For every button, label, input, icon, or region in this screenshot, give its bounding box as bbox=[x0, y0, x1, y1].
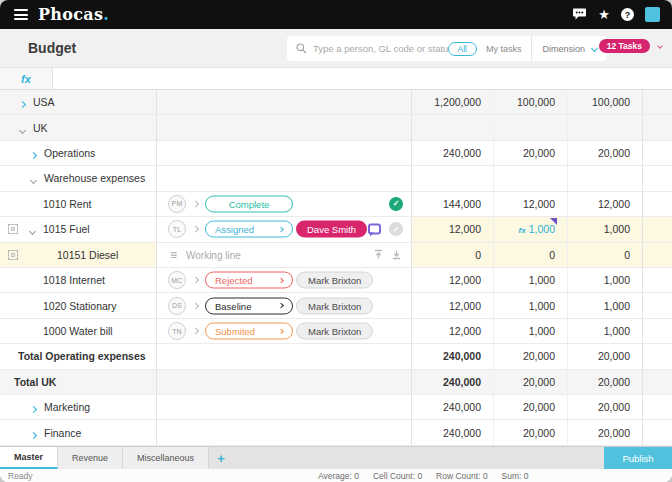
row-label-cell[interactable]: 1018 Internet bbox=[0, 268, 157, 292]
assignee-avatar[interactable]: TL bbox=[168, 220, 186, 238]
value-cell[interactable]: 12,000 bbox=[412, 319, 494, 343]
assignee-avatar[interactable]: TN bbox=[168, 322, 186, 340]
pull-down-icon[interactable] bbox=[391, 246, 402, 264]
row-label-cell[interactable]: 1000 Water bill bbox=[0, 319, 157, 343]
value-cell[interactable]: 12,000 bbox=[568, 192, 643, 216]
sheet-tab-master[interactable]: Master bbox=[0, 447, 58, 469]
expand-chevron-icon[interactable] bbox=[30, 406, 37, 413]
value-cell[interactable]: 1,000 bbox=[494, 319, 568, 343]
status-pill-baseline[interactable]: Baseline bbox=[205, 297, 293, 314]
collapse-chevron-icon[interactable] bbox=[19, 127, 26, 134]
collapse-chevron-icon[interactable] bbox=[30, 177, 37, 184]
row-label-cell[interactable]: Finance bbox=[0, 420, 157, 444]
value-cell[interactable] bbox=[568, 115, 643, 139]
value-cell[interactable]: 1,000 bbox=[494, 293, 568, 317]
value-cell[interactable] bbox=[568, 166, 643, 190]
empty-cell[interactable] bbox=[643, 370, 672, 394]
empty-cell[interactable] bbox=[643, 395, 672, 419]
empty-cell[interactable] bbox=[643, 166, 672, 190]
value-cell[interactable]: 1,000 bbox=[494, 268, 568, 292]
value-cell[interactable]: 12,000 bbox=[412, 293, 494, 317]
search-input[interactable] bbox=[313, 43, 448, 54]
status-expand-chevron-icon[interactable] bbox=[192, 302, 198, 308]
value-cell[interactable]: 144,000 bbox=[412, 192, 494, 216]
push-up-icon[interactable] bbox=[373, 246, 384, 264]
value-cell[interactable]: 20,000 bbox=[568, 395, 643, 419]
row-label-cell[interactable]: 1020 Stationary bbox=[0, 293, 157, 317]
status-pill-rejected[interactable]: Rejected bbox=[205, 272, 293, 289]
value-cell[interactable]: 240,000 bbox=[412, 395, 494, 419]
empty-cell[interactable] bbox=[643, 268, 672, 292]
value-cell[interactable]: 1,000 bbox=[568, 293, 643, 317]
value-cell[interactable]: 1,200,000 bbox=[412, 90, 494, 114]
empty-cell[interactable] bbox=[643, 293, 672, 317]
expand-chevron-icon[interactable] bbox=[30, 152, 37, 159]
sheet-tab-revenue[interactable]: Revenue bbox=[58, 447, 123, 469]
dimension-dropdown[interactable]: Dimension bbox=[531, 36, 607, 61]
comment-icon[interactable] bbox=[368, 224, 381, 235]
row-label-cell[interactable]: Total Operating expenses bbox=[0, 344, 157, 368]
value-cell[interactable] bbox=[412, 166, 494, 190]
pending-check-icon[interactable]: ✓ bbox=[389, 222, 403, 236]
value-cell[interactable]: 1,000 bbox=[568, 217, 643, 241]
value-cell[interactable] bbox=[494, 166, 568, 190]
value-cell[interactable]: 20,000 bbox=[568, 370, 643, 394]
user-avatar-icon[interactable] bbox=[645, 7, 660, 22]
value-cell[interactable]: 100,000 bbox=[494, 90, 568, 114]
chat-icon[interactable] bbox=[572, 8, 587, 21]
empty-cell[interactable] bbox=[643, 243, 672, 267]
empty-cell[interactable] bbox=[643, 90, 672, 114]
approved-check-icon[interactable]: ✓ bbox=[389, 197, 403, 211]
row-label-cell[interactable]: Marketing bbox=[0, 395, 157, 419]
value-cell[interactable] bbox=[412, 115, 494, 139]
chevron-down-icon[interactable] bbox=[657, 43, 663, 49]
value-cell[interactable]: 20,000 bbox=[568, 344, 643, 368]
collapse-chevron-icon[interactable] bbox=[29, 228, 36, 235]
row-label-cell[interactable]: Warehouse expenses bbox=[0, 166, 157, 190]
empty-cell[interactable] bbox=[643, 319, 672, 343]
status-pill-complete[interactable]: Complete bbox=[205, 195, 293, 212]
empty-cell[interactable] bbox=[643, 344, 672, 368]
expand-chevron-icon[interactable] bbox=[19, 101, 26, 108]
person-pill[interactable]: Mark Brixton bbox=[296, 323, 373, 340]
filter-all-pill[interactable]: All bbox=[448, 42, 477, 56]
row-label-cell[interactable]: Total UK bbox=[0, 370, 157, 394]
value-cell[interactable]: 0 bbox=[494, 243, 568, 267]
row-label-cell[interactable]: 1015 Fuel bbox=[0, 217, 157, 241]
value-cell[interactable]: 240,000 bbox=[412, 370, 494, 394]
row-label-cell[interactable]: UK bbox=[0, 115, 157, 139]
person-pill[interactable]: Dave Smith bbox=[296, 221, 367, 238]
value-cell[interactable]: 12,000 bbox=[494, 192, 568, 216]
status-pill-submited[interactable]: Submited bbox=[205, 323, 293, 340]
status-expand-chevron-icon[interactable] bbox=[192, 201, 198, 207]
value-cell[interactable]: 12,000 bbox=[412, 217, 494, 241]
filter-my-tasks[interactable]: My tasks bbox=[486, 44, 522, 54]
value-cell[interactable]: 1,000 bbox=[568, 268, 643, 292]
value-cell[interactable]: 20,000 bbox=[494, 344, 568, 368]
row-label-cell[interactable]: 10151 Diesel bbox=[0, 243, 157, 267]
value-cell[interactable]: 0 bbox=[568, 243, 643, 267]
value-cell[interactable]: 20,000 bbox=[494, 370, 568, 394]
status-expand-chevron-icon[interactable] bbox=[192, 226, 198, 232]
value-cell[interactable]: 20,000 bbox=[494, 420, 568, 444]
publish-button[interactable]: Publish bbox=[604, 447, 672, 469]
empty-cell[interactable] bbox=[643, 192, 672, 216]
row-label-cell[interactable]: 1010 Rent bbox=[0, 192, 157, 216]
status-expand-chevron-icon[interactable] bbox=[192, 277, 198, 283]
value-cell[interactable] bbox=[494, 115, 568, 139]
help-icon[interactable]: ? bbox=[621, 8, 634, 21]
status-expand-chevron-icon[interactable] bbox=[192, 328, 198, 334]
menu-icon[interactable] bbox=[14, 7, 28, 23]
empty-cell[interactable] bbox=[643, 420, 672, 444]
value-cell[interactable]: 1,000 bbox=[568, 319, 643, 343]
empty-cell[interactable] bbox=[643, 217, 672, 241]
value-cell[interactable]: 100,000 bbox=[568, 90, 643, 114]
status-pill-assigned[interactable]: Assigned bbox=[205, 221, 293, 238]
value-cell[interactable]: 12,000 bbox=[412, 268, 494, 292]
expand-chevron-icon[interactable] bbox=[30, 432, 37, 439]
assignee-avatar[interactable]: DS bbox=[168, 297, 186, 315]
person-pill[interactable]: Mark Brixton bbox=[296, 272, 373, 289]
formula-input[interactable] bbox=[53, 68, 672, 89]
sheet-tab-miscellaneous[interactable]: Miscellaneous bbox=[123, 447, 209, 469]
star-icon[interactable]: ★ bbox=[598, 8, 610, 21]
